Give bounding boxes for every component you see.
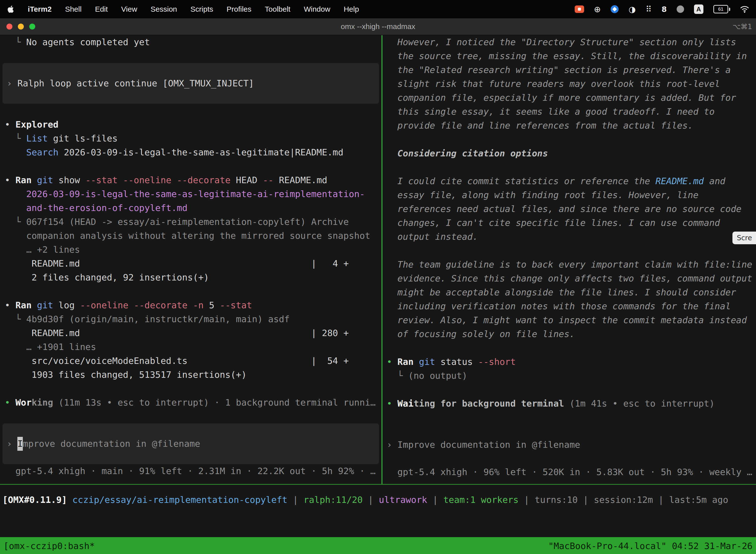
model-status: gpt-5.4 xhigh · 96% left · 520K in · 5.8…	[382, 465, 756, 479]
text-segment: ultrawork	[379, 495, 427, 505]
text-segment: |	[427, 495, 443, 505]
text-segment: gpt-5.4 xhigh · main · 91% left · 2.31M …	[5, 466, 376, 476]
blank-line	[0, 382, 381, 396]
menu-items: iTerm2ShellEditViewSessionScriptsProfile…	[28, 5, 359, 13]
ralph-loop-banner: › Ralph loop active continue [OMX_TMUX_I…	[2, 63, 379, 104]
tmux-session-window[interactable]: [omx-cczip0:bash*	[3, 541, 95, 551]
menu-item-profiles[interactable]: Profiles	[227, 5, 251, 13]
menu-bar-status-icons: ⊕◑⠿8A61	[575, 4, 749, 15]
text-segment: --stat --oneline --decorate	[85, 175, 231, 185]
text-segment: •	[387, 357, 397, 367]
menu-item-window[interactable]: Window	[304, 5, 330, 13]
text-segment: •	[5, 175, 15, 185]
text-segment: git	[37, 300, 53, 310]
text-segment: slight risk that future readers may over…	[387, 79, 720, 89]
terminal-line: changes, I can't cite specific file line…	[382, 216, 756, 230]
menu-item-shell[interactable]: Shell	[65, 5, 82, 13]
text-segment: --	[263, 175, 273, 185]
blank-line	[382, 132, 756, 147]
wifi-icon[interactable]	[740, 4, 749, 15]
window-title-bar[interactable]: omx --xhigh --madmax ⌥⌘1	[0, 18, 756, 35]
key-8-icon[interactable]: 8	[662, 4, 667, 15]
text-segment: status	[435, 357, 478, 367]
text-segment: 4b9d30f (origin/main, instructkr/main, m…	[26, 314, 290, 324]
text-segment: |	[519, 495, 535, 505]
thinking-heading: Considering citation options	[382, 147, 756, 160]
apple-menu-icon[interactable]	[7, 5, 14, 13]
screen-edge-tooltip[interactable]: Scre	[733, 232, 756, 244]
text-segment: --short	[478, 357, 516, 367]
zoom-button[interactable]	[29, 23, 35, 30]
model-status: gpt-5.4 xhigh · main · 91% left · 2.31M …	[0, 464, 381, 478]
text-segment	[32, 300, 37, 310]
terminal-line: └ 4b9d30f (origin/main, instructkr/main,…	[0, 312, 381, 326]
text-segment	[80, 328, 311, 338]
text-segment: | 280 +	[311, 328, 349, 338]
blank-line	[382, 244, 756, 258]
prompt-input[interactable]: › Improve documentation in @filename	[2, 424, 379, 464]
menu-item-session[interactable]: Session	[150, 5, 177, 13]
input-source-icon[interactable]: A	[694, 4, 703, 14]
text-segment	[188, 356, 311, 366]
terminal-line: the source tree, missing the essay. Stil…	[382, 49, 756, 63]
ran-git-show: • Ran git show --stat --oneline --decora…	[0, 173, 381, 187]
prompt-input[interactable]: › Improve documentation in @filename	[382, 425, 756, 465]
text-segment: gpt-5.4 xhigh · 96% left · 520K in · 5.8…	[387, 467, 752, 477]
apps-grid-icon[interactable]: ⠿	[646, 4, 651, 15]
contrast-circle-icon[interactable]: ◑	[629, 4, 636, 15]
terminal-line: └ 067f154 (HEAD -> essay/ai-reimplementa…	[0, 215, 381, 229]
menu-item-help[interactable]: Help	[344, 5, 359, 13]
battery-icon[interactable]: 61	[713, 4, 730, 15]
terminal-line: might be acceptable alongside the file l…	[382, 285, 756, 299]
close-button[interactable]	[6, 23, 12, 30]
text-segment: mprove documentation in @filename	[23, 437, 200, 451]
compass-icon[interactable]	[611, 5, 619, 13]
terminal-line: evidence. Since this change only affects…	[382, 272, 756, 285]
text-segment	[32, 175, 37, 185]
terminal-line: this single essay, it seems like a good …	[382, 105, 756, 119]
blank-line	[0, 409, 381, 424]
text-segment: Ralph loop active continue [OMX_TMUX_INJ…	[17, 76, 254, 90]
terminal-line: slight risk that future readers may over…	[382, 77, 756, 91]
text-segment: |	[363, 495, 379, 505]
text-segment: •	[387, 398, 397, 408]
right-pane[interactable]: However, I noticed the "Directory Struct…	[382, 35, 756, 484]
text-segment: | 54 +	[311, 356, 349, 366]
menu-item-toolbelt[interactable]: Toolbelt	[265, 5, 291, 13]
terminal-line: 1903 files changed, 513517 insertions(+)	[0, 368, 381, 382]
blank-line	[382, 410, 756, 425]
text-segment: cczip/essay/ai-reimplementation-copyleft	[72, 495, 288, 505]
terminal-line: review. Also, I might want to inspect th…	[382, 313, 756, 327]
text-segment: turns:10	[535, 495, 578, 505]
text-segment	[67, 495, 72, 505]
blank-line	[0, 159, 381, 173]
recording-indicator[interactable]	[575, 5, 584, 13]
text-segment: |	[288, 495, 304, 505]
text-segment: Search	[26, 147, 59, 157]
avatar-icon[interactable]	[677, 5, 684, 13]
menu-item-scripts[interactable]: Scripts	[190, 5, 213, 13]
text-segment: HEAD	[231, 175, 263, 185]
terminal-line: of focusing solely on file lines.	[382, 327, 756, 341]
text-segment: No agents completed yet	[26, 37, 150, 47]
menu-item-view[interactable]: View	[121, 5, 137, 13]
left-pane[interactable]: └ No agents completed yet› Ralph loop ac…	[0, 35, 381, 484]
text-segment: └	[387, 371, 408, 381]
terminal-line: … +1901 lines	[0, 340, 381, 354]
text-segment: ralph:11/20	[304, 495, 363, 505]
tmux-status-bar: [omx-cczip0:bash* "MacBook-Pro-44.local"…	[0, 537, 756, 554]
text-segment: --stat	[220, 300, 252, 310]
terminal-line: I could cite commit statistics or refere…	[382, 174, 756, 188]
text-segment: 5	[204, 300, 220, 310]
blank-line	[0, 104, 381, 118]
menu-item-edit[interactable]: Edit	[95, 5, 108, 13]
tmux-host-time: "MacBook-Pro-44.local" 04:52 31-Mar-26	[548, 541, 753, 551]
globe-icon[interactable]: ⊕	[594, 4, 601, 15]
minimize-button[interactable]	[18, 23, 24, 30]
text-segment: session:12m	[594, 495, 653, 505]
omx-status-bar: [OMX#0.11.9] cczip/essay/ai-reimplementa…	[0, 493, 756, 507]
menu-item-iterm2[interactable]: iTerm2	[28, 5, 52, 13]
ran-git-status: • Ran git status --short	[382, 355, 756, 369]
terminal-line: The team guideline is to back every impo…	[382, 258, 756, 272]
blank-line	[0, 284, 381, 298]
